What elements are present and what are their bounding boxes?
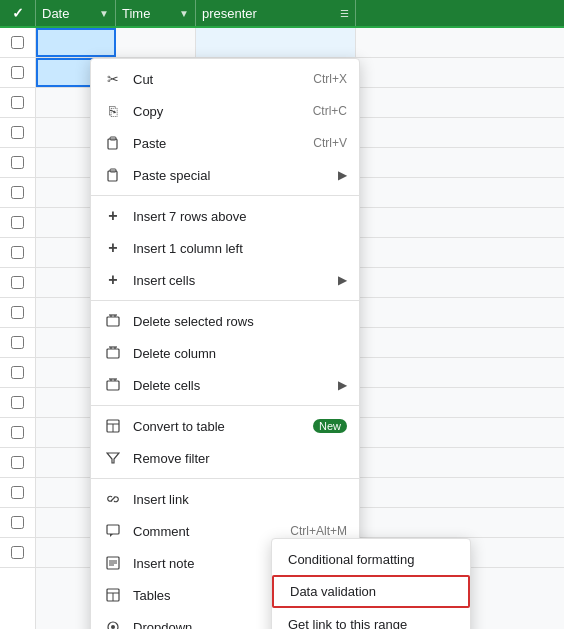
row-checkbox[interactable] [11,276,24,289]
insert-cells-arrow: ▶ [338,273,347,287]
row-checkbox[interactable] [11,456,24,469]
submenu-item-data-validation[interactable]: Data validation [272,575,470,608]
menu-item-delete-col[interactable]: Delete column [91,337,359,369]
menu-item-insert-cells[interactable]: + Insert cells ▶ [91,264,359,296]
menu-item-convert-table[interactable]: Convert to table New [91,410,359,442]
check-cell[interactable] [0,58,35,88]
menu-item-remove-filter[interactable]: Remove filter [91,442,359,474]
delete-cells-arrow: ▶ [338,378,347,392]
row-checkbox[interactable] [11,336,24,349]
insert-rows-label: Insert 7 rows above [133,209,347,224]
row-checkbox[interactable] [11,96,24,109]
row-checkbox[interactable] [11,66,24,79]
check-cell[interactable] [0,268,35,298]
svg-rect-4 [107,317,119,326]
header-check-col: ✓ [0,0,36,26]
svg-rect-12 [107,381,119,390]
cut-icon: ✂ [103,69,123,89]
svg-rect-20 [107,525,119,534]
menu-item-paste-special[interactable]: Paste special ▶ [91,159,359,191]
delete-col-label: Delete column [133,346,347,361]
divider [91,478,359,479]
check-cell[interactable] [0,118,35,148]
conditional-formatting-label: Conditional formatting [288,552,414,567]
convert-table-label: Convert to table [133,419,305,434]
check-cell[interactable] [0,448,35,478]
check-cell[interactable] [0,538,35,568]
menu-item-paste[interactable]: Paste Ctrl+V [91,127,359,159]
insert-cells-label: Insert cells [133,273,334,288]
header-date[interactable]: Date ▼ [36,0,116,26]
delete-cells-icon [103,375,123,395]
check-cell[interactable] [0,508,35,538]
check-cell[interactable] [0,88,35,118]
date-cell[interactable] [36,28,116,57]
row-checkbox[interactable] [11,366,24,379]
paste-label: Paste [133,136,305,151]
menu-item-delete-rows[interactable]: Delete selected rows [91,305,359,337]
cut-shortcut: Ctrl+X [313,72,347,86]
presenter-cell[interactable] [196,28,356,57]
row-checkbox[interactable] [11,486,24,499]
row-checkbox[interactable] [11,426,24,439]
insert-note-icon [103,553,123,573]
svg-rect-8 [107,349,119,358]
copy-shortcut: Ctrl+C [313,104,347,118]
row-checkbox[interactable] [11,186,24,199]
delete-cells-label: Delete cells [133,378,334,393]
sheet-header: ✓ Date ▼ Time ▼ presenter ☰ [0,0,564,28]
paste-icon [103,133,123,153]
check-cell[interactable] [0,418,35,448]
row-checkbox[interactable] [11,516,24,529]
time-cell[interactable] [116,28,196,57]
check-cell[interactable] [0,478,35,508]
row-checkbox[interactable] [11,396,24,409]
row-checkbox[interactable] [11,156,24,169]
menu-item-copy[interactable]: ⎘ Copy Ctrl+C [91,95,359,127]
paste-special-arrow: ▶ [338,168,347,182]
divider [91,405,359,406]
comment-label: Comment [133,524,282,539]
check-cell[interactable] [0,148,35,178]
header-time[interactable]: Time ▼ [116,0,196,26]
check-cell[interactable] [0,28,35,58]
check-cell[interactable] [0,388,35,418]
check-cell[interactable] [0,298,35,328]
check-cell[interactable] [0,178,35,208]
copy-label: Copy [133,104,305,119]
row-checks [0,28,36,629]
row-checkbox[interactable] [11,246,24,259]
menu-item-insert-rows[interactable]: + Insert 7 rows above [91,200,359,232]
menu-item-cut[interactable]: ✂ Cut Ctrl+X [91,63,359,95]
check-cell[interactable] [0,358,35,388]
get-link-label: Get link to this range [288,617,407,630]
svg-point-30 [111,625,115,629]
insert-col-label: Insert 1 column left [133,241,347,256]
remove-filter-label: Remove filter [133,451,347,466]
check-cell[interactable] [0,238,35,268]
insert-link-icon [103,489,123,509]
submenu-item-conditional-formatting[interactable]: Conditional formatting [272,543,470,575]
checkmark-icon: ✓ [12,5,24,21]
data-validation-label: Data validation [290,584,376,599]
row-checkbox[interactable] [11,546,24,559]
row-checkbox[interactable] [11,126,24,139]
delete-rows-label: Delete selected rows [133,314,347,329]
remove-filter-icon [103,448,123,468]
check-cell[interactable] [0,328,35,358]
convert-table-icon [103,416,123,436]
insert-link-label: Insert link [133,492,347,507]
check-cell[interactable] [0,208,35,238]
row-checkbox[interactable] [11,216,24,229]
header-presenter[interactable]: presenter ☰ [196,0,356,26]
menu-item-insert-col[interactable]: + Insert 1 column left [91,232,359,264]
paste-shortcut: Ctrl+V [313,136,347,150]
row-checkbox[interactable] [11,306,24,319]
divider [91,300,359,301]
grid-area: ✂ Cut Ctrl+X ⎘ Copy Ctrl+C Paste Ctrl+V … [0,28,564,629]
submenu-item-get-link[interactable]: Get link to this range [272,608,470,629]
menu-item-insert-link[interactable]: Insert link [91,483,359,515]
menu-item-delete-cells[interactable]: Delete cells ▶ [91,369,359,401]
copy-icon: ⎘ [103,101,123,121]
row-checkbox[interactable] [11,36,24,49]
